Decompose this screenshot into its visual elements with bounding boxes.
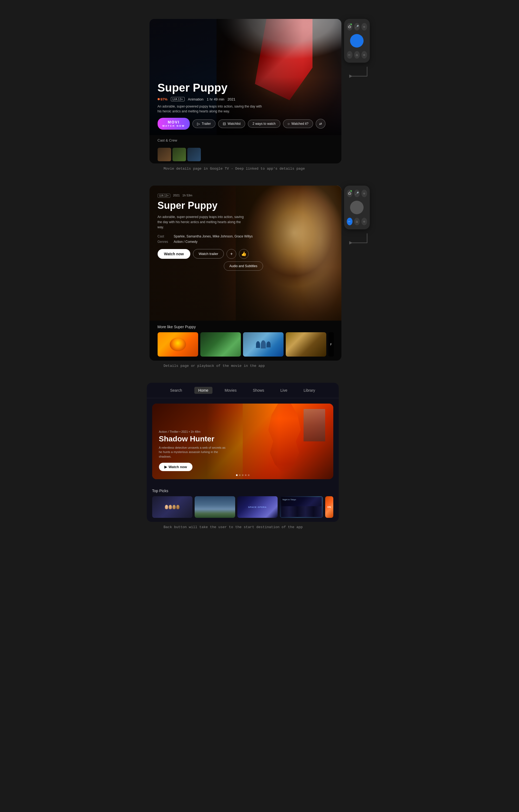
nav-live[interactable]: Live (276, 387, 292, 394)
watched-icon: ○ (288, 121, 290, 126)
s1-description: An adorable, super-powered puppy leaps i… (158, 104, 266, 114)
ways-to-watch-button[interactable]: 2 ways to watch (248, 120, 280, 128)
share-icon: ⇄ (319, 122, 322, 125)
s2-more-section: More like Super Puppy (149, 321, 342, 360)
s2-description: An adorable, super-powered puppy leaps i… (158, 214, 244, 230)
nav-home[interactable]: Home (194, 387, 213, 394)
section3-row: Search Home Movies Shows Live Library (0, 375, 519, 536)
back-icon-2: ← (348, 220, 351, 223)
s2-thumb-birds (243, 332, 283, 356)
extra-icon: ○ (363, 53, 365, 57)
home-icon: ⌂ (356, 53, 358, 57)
remote1-center-row (350, 34, 363, 48)
arrow-svg-1 (348, 65, 370, 82)
remote1-back-btn[interactable]: ← (347, 51, 353, 59)
screen2-card: U/A 13+ 2021 1h 53m Super Puppy An adora… (149, 185, 342, 360)
s2-thumb-tiger (158, 332, 198, 356)
audio-subtitles-button[interactable]: Audio and Subtitles (224, 261, 263, 271)
play-icon: ▶ (164, 465, 167, 469)
s3-thumb-orange[interactable]: ON (325, 496, 333, 518)
watch-trailer-button[interactable]: Watch trailer (193, 249, 224, 259)
s2-cast-label: Cast (158, 234, 171, 238)
watchlist-button[interactable]: ⊟ Watchlist (218, 119, 245, 128)
share-button[interactable]: ⇄ (316, 119, 325, 128)
remote1-power-btn[interactable]: ⏻ (347, 23, 353, 31)
watchlist-icon: ⊟ (223, 121, 226, 126)
extra-icon-2: ○ (363, 220, 365, 223)
s1-rating: 97% (158, 97, 168, 101)
power-icon: ⏻ (348, 25, 351, 29)
s3-thumbs-row: SPACE OPERA Night in Tokyo (152, 496, 333, 518)
trailer-button[interactable]: ▷ Trailer (192, 119, 215, 128)
remote1-circle-btn[interactable]: ○ (361, 23, 367, 31)
remote2-extra-btn[interactable]: ○ (361, 218, 367, 225)
rating-dot (158, 98, 160, 100)
dot-5 (248, 474, 249, 476)
space-opera-label: SPACE OPERA (247, 504, 268, 510)
s3-thumb-night-tokyo[interactable]: Night in Tokyo (280, 496, 323, 518)
remote1-extra-btn[interactable]: ○ (361, 51, 367, 59)
like-button[interactable]: 👍 (239, 249, 249, 259)
nav-shows[interactable]: Shows (249, 387, 268, 394)
s1-cast-row: Cast & Crew (149, 135, 342, 146)
tiger-shape (170, 338, 186, 351)
remote1-mic-btn[interactable]: 🎤 (354, 23, 360, 31)
s1-cast-thumbnails (149, 146, 342, 164)
remote2-top-row: ⏻ 🎤 ○ (347, 190, 367, 197)
dot-2 (239, 474, 241, 476)
s1-action-buttons: MOVI WATCH NOW ▷ Trailer ⊟ Watchlist (158, 118, 333, 130)
s3-thumb-mountains[interactable] (195, 496, 235, 518)
remote2-wrapper: ⏻ 🎤 ○ (344, 185, 370, 248)
nav-library[interactable]: Library (300, 387, 319, 394)
remote2-back-btn[interactable]: ← (347, 218, 353, 225)
back-icon: ← (348, 53, 351, 57)
circle-icon-2: ○ (363, 192, 365, 195)
cast-thumb-2 (172, 148, 186, 161)
dot-4 (245, 474, 247, 476)
remote2-center-row (350, 201, 363, 214)
remote1-center-btn[interactable] (350, 34, 363, 48)
section2-full: U/A 13+ 2021 1h 53m Super Puppy An adora… (149, 185, 370, 375)
s2-thumb-label-f: F (328, 332, 334, 356)
watch-now-button[interactable]: Watch now (158, 249, 190, 259)
s2-action-buttons: Watch now Watch trailer + 👍 Audio and Su… (158, 249, 263, 271)
add-button[interactable]: + (226, 249, 236, 259)
s3-hero-description: A relentless detective unravels a web of… (159, 445, 229, 459)
section1-row: Super Puppy 97% U/A 13+ Animation 1 hr 4… (0, 11, 519, 177)
s3-hero-title: Shadow Hunter (159, 435, 229, 443)
like-icon: 👍 (241, 251, 247, 256)
remote2-power-btn[interactable]: ⏻ (347, 190, 353, 197)
nav-movies[interactable]: Movies (221, 387, 241, 394)
remote2-center-btn[interactable] (350, 201, 363, 214)
remote2-mic-btn[interactable]: 🎤 (354, 190, 360, 197)
trailer-icon: ▷ (197, 121, 200, 126)
s2-cast-value: Sparkie, Samantha Jones, Mike Johnson, G… (174, 234, 253, 238)
s3-thumb-sunglasses[interactable] (152, 496, 193, 518)
s3-hero-dots (152, 474, 333, 476)
s2-genres-row: Genres Action / Comedy (158, 240, 263, 244)
s3-thumb-space-opera[interactable]: SPACE OPERA (237, 496, 278, 518)
watched-it-button[interactable]: ○ Watched it? (283, 119, 313, 128)
section2-screen-remote: U/A 13+ 2021 1h 53m Super Puppy An adora… (149, 185, 370, 360)
orange-label: ON (327, 506, 331, 509)
arrow-connector-1 (344, 65, 370, 82)
s3-watch-now-button[interactable]: ▶ Watch now (159, 463, 192, 471)
movi-watch-button[interactable]: MOVI WATCH NOW (158, 118, 190, 130)
add-icon: + (230, 252, 233, 256)
remote2-home-btn[interactable]: ⌂ (354, 218, 360, 225)
power-icon-2: ⏻ (348, 192, 351, 195)
section3-full: Search Home Movies Shows Live Library (147, 383, 373, 536)
s2-hero: U/A 13+ 2021 1h 53m Super Puppy An adora… (149, 185, 342, 321)
s3-navigation: Search Home Movies Shows Live Library (147, 383, 339, 398)
night-tokyo-label: Night in Tokyo (282, 498, 296, 501)
nav-search[interactable]: Search (166, 387, 186, 394)
dot-1 (236, 474, 238, 476)
remote2-circle-btn[interactable]: ○ (361, 190, 367, 197)
s2-thumb-monkey (286, 332, 326, 356)
remote1-home-btn[interactable]: ⌂ (354, 51, 360, 59)
remote-control-2: ⏻ 🎤 ○ (344, 185, 370, 229)
mic-icon: 🎤 (355, 25, 359, 29)
s1-meta-row: 97% U/A 13+ Animation 1 hr 49 min 2021 (158, 97, 333, 101)
screen1-card: Super Puppy 97% U/A 13+ Animation 1 hr 4… (149, 19, 342, 164)
main-container: Super Puppy 97% U/A 13+ Animation 1 hr 4… (0, 11, 519, 536)
